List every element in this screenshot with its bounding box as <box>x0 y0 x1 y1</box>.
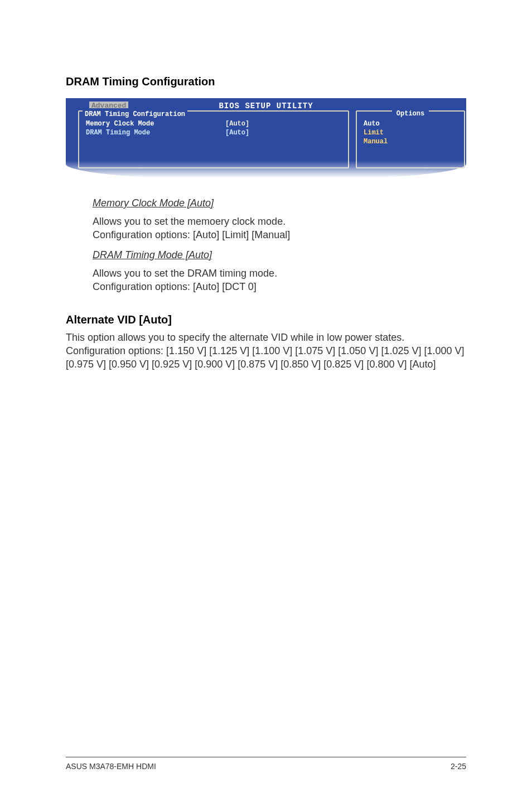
bios-options-title: Options <box>392 110 429 118</box>
bios-option: Limit <box>364 128 457 137</box>
page-footer: ASUS M3A78-EMH HDMI 2-25 <box>66 757 466 771</box>
footer-left: ASUS M3A78-EMH HDMI <box>66 762 156 771</box>
bios-option: Manual <box>364 137 457 146</box>
entry-desc: Allows you to set the DRAM timing mode. … <box>93 267 449 293</box>
bios-row-label: DRAM Timing Mode <box>86 128 225 137</box>
bios-row-value: [Auto] <box>225 119 249 128</box>
bios-row-value: [Auto] <box>225 128 249 137</box>
bios-screenshot: BIOS SETUP UTILITY Advanced DRAM Timing … <box>66 98 466 181</box>
footer-right: 2-25 <box>451 762 466 771</box>
bios-right-panel: Options Auto Limit Manual <box>356 110 465 168</box>
bios-row-label: Memory Clock Mode <box>86 119 225 128</box>
entry-heading: Memory Clock Mode [Auto] <box>93 197 449 209</box>
bios-left-panel: DRAM Timing Configuration Memory Clock M… <box>78 110 349 168</box>
entry-desc: Allows you to set the memoery clock mode… <box>93 215 449 241</box>
alt-vid-heading: Alternate VID [Auto] <box>66 313 466 326</box>
bios-panel-title-wrap: DRAM Timing Configuration <box>83 108 187 118</box>
bios-row: Memory Clock Mode [Auto] <box>86 119 341 128</box>
bios-option: Auto <box>364 119 457 128</box>
alt-vid-desc: This option allows you to specify the al… <box>66 331 466 371</box>
entry-heading: DRAM Timing Mode [Auto] <box>93 249 449 261</box>
bios-panel-title: DRAM Timing Configuration <box>85 110 185 118</box>
section-heading: DRAM Timing Configuration <box>66 75 466 88</box>
bios-options-title-wrap: Options <box>357 108 464 118</box>
bios-row: DRAM Timing Mode [Auto] <box>86 128 341 137</box>
